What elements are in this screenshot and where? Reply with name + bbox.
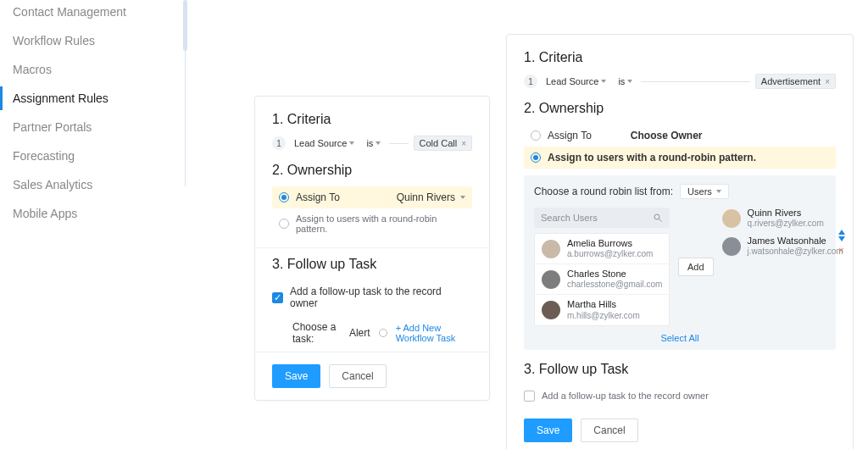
criteria-operator-label: is — [618, 76, 625, 86]
assign-to-label: Assign To — [548, 130, 592, 141]
user-name: James Watsonhale — [748, 236, 843, 247]
sidebar-item-macros[interactable]: Macros — [0, 58, 170, 81]
criteria-field-label: Lead Source — [546, 76, 598, 86]
avatar — [542, 270, 560, 289]
criteria-operator-label: is — [366, 138, 373, 148]
save-button[interactable]: Save — [524, 419, 572, 442]
sidebar-item-sales-analytics[interactable]: Sales Analytics — [0, 173, 170, 197]
assign-to-option[interactable]: Assign To Choose Owner — [524, 125, 836, 147]
sidebar-nav: Contact Management Workflow Rules Macros… — [0, 0, 178, 230]
choose-task-value: Alert — [349, 327, 370, 339]
search-icon — [653, 213, 663, 223]
save-button[interactable]: Save — [272, 364, 320, 388]
criteria-value-text: Advertisement — [761, 76, 821, 86]
criteria-value-line — [389, 143, 408, 144]
sidebar-item-mobile-apps[interactable]: Mobile Apps — [0, 202, 170, 225]
round-robin-option[interactable]: Assign to users with a round-robin patte… — [272, 208, 472, 239]
criteria-index: 1 — [524, 75, 537, 88]
selected-user-item[interactable]: Quinn Rivers q.rivers@zylker.com — [722, 208, 843, 229]
ownership-title: 2. Ownership — [272, 163, 472, 178]
round-robin-option[interactable]: Assign to users with a round-robin patte… — [524, 147, 836, 169]
avatar — [542, 301, 560, 319]
round-robin-box: Choose a round robin list from: Users Se… — [524, 175, 836, 350]
radio-icon[interactable] — [379, 329, 387, 337]
checkbox-icon — [272, 292, 283, 303]
assign-to-label: Assign To — [296, 191, 340, 203]
round-robin-head: Choose a round robin list from: Users — [534, 184, 826, 199]
owner-select[interactable]: Quinn Rivers — [397, 191, 465, 203]
sidebar-item-workflow-rules[interactable]: Workflow Rules — [0, 29, 170, 53]
criteria-row: 1 Lead Source is Advertisement × — [524, 74, 836, 89]
criteria-field-select[interactable]: Lead Source — [542, 75, 609, 88]
available-users-list: Amelia Burrows a.burrows@zylker.com Char… — [534, 233, 670, 326]
user-email: q.rivers@zylker.com — [748, 219, 824, 229]
move-down-icon[interactable] — [838, 236, 845, 241]
svg-line-1 — [659, 219, 662, 222]
rule-panel-left: 1. Criteria 1 Lead Source is Cold Call ×… — [254, 96, 490, 401]
user-email: j.watsonhale@zylker.com — [748, 247, 843, 257]
select-all-link[interactable]: Select All — [534, 326, 826, 343]
criteria-value-chip[interactable]: Advertisement × — [755, 74, 836, 89]
chevron-down-icon — [627, 80, 632, 83]
move-up-icon[interactable] — [838, 230, 845, 235]
add-user-button[interactable]: Add — [678, 258, 714, 276]
avatar — [722, 209, 741, 228]
user-item[interactable]: Charles Stone charlesstone@gmail.com — [535, 264, 669, 295]
followup-checkbox-label: Add a follow-up task to the record owner — [290, 285, 465, 309]
chevron-down-icon — [376, 141, 381, 145]
cancel-button[interactable]: Cancel — [329, 364, 386, 388]
criteria-operator-select[interactable]: is — [615, 75, 636, 88]
rule-panel-right: 1. Criteria 1 Lead Source is Advertiseme… — [506, 34, 854, 449]
user-email: m.hills@zylker.com — [567, 311, 640, 321]
search-users-input[interactable]: Search Users — [534, 208, 670, 228]
user-item[interactable]: Martha Hills m.hills@zylker.com — [535, 295, 669, 324]
checkbox-icon — [524, 391, 535, 402]
followup-title: 3. Follow up Task — [524, 362, 836, 377]
sidebar-item-contact-management[interactable]: Contact Management — [0, 0, 170, 24]
selected-user-item[interactable]: James Watsonhale j.watsonhale@zylker.com — [722, 236, 843, 257]
cancel-button[interactable]: Cancel — [581, 419, 637, 442]
sidebar-item-assignment-rules[interactable]: Assignment Rules — [0, 86, 170, 110]
user-name: Quinn Rivers — [748, 208, 824, 219]
selected-users-column: Quinn Rivers q.rivers@zylker.com James W… — [722, 208, 843, 326]
followup-checkbox-row[interactable]: Add a follow-up task to the record owner — [272, 280, 472, 314]
svg-point-0 — [654, 214, 659, 219]
round-robin-from-select[interactable]: Users — [680, 184, 729, 199]
sidebar-item-forecasting[interactable]: Forecasting — [0, 144, 170, 168]
radio-icon — [279, 219, 289, 229]
close-icon[interactable]: × — [461, 139, 466, 148]
user-item[interactable]: Amelia Burrows a.burrows@zylker.com — [535, 234, 669, 264]
search-placeholder: Search Users — [541, 213, 598, 223]
assign-to-option[interactable]: Assign To Quinn Rivers — [272, 186, 472, 208]
round-robin-label: Assign to users with a round-robin patte… — [296, 213, 465, 234]
followup-checkbox-row[interactable]: Add a follow-up task to the record owner — [524, 385, 836, 407]
radio-icon — [531, 130, 541, 141]
criteria-value-line — [641, 81, 750, 82]
criteria-value-chip[interactable]: Cold Call × — [414, 136, 472, 151]
close-icon[interactable]: × — [825, 77, 830, 86]
criteria-field-label: Lead Source — [294, 138, 347, 148]
criteria-title: 1. Criteria — [524, 50, 836, 65]
add-workflow-task-link[interactable]: + Add New Workflow Task — [396, 323, 472, 343]
button-row: Save Cancel — [272, 364, 472, 388]
remove-icon[interactable]: × — [838, 245, 843, 255]
round-robin-label: Assign to users with a round-robin patte… — [548, 152, 756, 164]
avatar — [542, 240, 560, 258]
radio-icon — [279, 192, 289, 202]
criteria-value-text: Cold Call — [420, 138, 458, 148]
criteria-field-select[interactable]: Lead Source — [291, 136, 358, 150]
choose-task-row: Choose a task: Alert + Add New Workflow … — [272, 314, 472, 346]
button-row: Save Cancel — [524, 419, 836, 442]
chevron-down-icon — [716, 190, 721, 193]
followup-title: 3. Follow up Task — [272, 257, 472, 272]
criteria-operator-select[interactable]: is — [363, 136, 384, 150]
choose-task-label: Choose a task: — [292, 321, 341, 345]
radio-icon — [531, 152, 541, 163]
sidebar-divider — [185, 0, 186, 186]
criteria-row: 1 Lead Source is Cold Call × — [272, 136, 472, 151]
choose-owner-label: Choose Owner — [631, 130, 703, 141]
followup-checkbox-label: Add a follow-up task to the record owner — [542, 391, 709, 401]
criteria-index: 1 — [272, 136, 286, 150]
sidebar-item-partner-portals[interactable]: Partner Portals — [0, 115, 170, 139]
ownership-title: 2. Ownership — [524, 101, 836, 116]
